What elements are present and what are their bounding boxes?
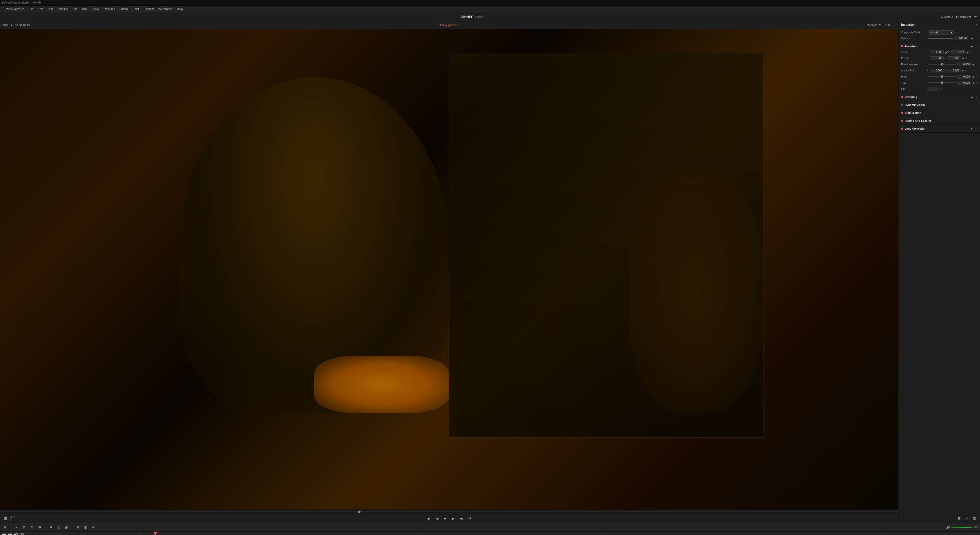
menu-playback[interactable]: Playback — [101, 7, 117, 11]
layout-toggle-2[interactable]: ◁ ▢ ▷ — [10, 515, 16, 521]
preview-more-icon[interactable]: ⋯ — [892, 24, 896, 27]
stop-button[interactable]: ■ — [442, 515, 448, 521]
tool-zoom-fit[interactable]: ◧ — [83, 524, 89, 530]
tool-link[interactable]: 🔗 — [63, 524, 70, 530]
opacity-keyframe-btn[interactable]: ◆ — [971, 37, 973, 40]
stabilization-header[interactable]: Stabilization — [899, 110, 980, 116]
flip-row: Flip ↔ ↕ ↺ — [899, 86, 980, 92]
clip-name-tag[interactable]: Flossy ghost ▾ — [438, 24, 458, 27]
anchor-keyframe[interactable]: ◆ — [962, 69, 964, 72]
menu-help[interactable]: Help — [175, 7, 185, 11]
volume-slider[interactable] — [951, 527, 972, 528]
menu-fairlight[interactable]: Fairlight — [142, 7, 156, 11]
zoom-link-icon[interactable]: 🔗 — [945, 51, 948, 54]
rotation-value[interactable]: 0.000 — [957, 62, 971, 66]
menu-edit[interactable]: Edit — [36, 7, 45, 11]
position-y-value[interactable]: 0.000 — [947, 56, 961, 60]
transform-header[interactable]: Transform ◆ ↺ — [899, 43, 980, 49]
composite-reset-icon[interactable]: ↺ — [956, 31, 958, 34]
tool-trim[interactable]: ⊡ — [21, 524, 27, 530]
menu-timeline[interactable]: Timeline — [56, 7, 70, 11]
layout-toggle-1[interactable]: ⊟ — [3, 515, 9, 521]
yaw-reset[interactable]: ↺ — [975, 81, 977, 84]
zoom-keyframe[interactable]: ◆ — [966, 51, 969, 54]
anchor-reset[interactable]: ↺ — [965, 69, 967, 72]
menu-view[interactable]: View — [91, 7, 101, 11]
meters-button[interactable]: ▤ Meters — [941, 15, 953, 18]
zoom-y-value[interactable]: 1.000 — [951, 50, 966, 54]
pitch-reset[interactable]: ↺ — [975, 75, 977, 78]
pitch-value[interactable]: 0.000 — [957, 75, 971, 79]
anchor-x-value[interactable]: 0.000 — [930, 68, 944, 73]
video-preview[interactable] — [0, 29, 898, 510]
pitch-keyframe[interactable]: ◆ — [972, 75, 974, 78]
tool-clip-panel[interactable]: ⊟ — [2, 524, 8, 530]
lens-keyframe[interactable]: ◆ — [971, 127, 973, 130]
lens-reset[interactable]: ↺ — [975, 127, 977, 130]
transform-reset[interactable]: ↺ — [975, 45, 977, 48]
dynamic-zoom-header[interactable]: Dynamic Zoom — [899, 102, 980, 108]
zoom-display[interactable]: 88% — [3, 24, 8, 27]
volume-icon[interactable]: 🔊 — [946, 525, 950, 529]
viewer-options[interactable]: ⊞ — [956, 515, 962, 521]
step-back-button[interactable]: ◀ — [434, 515, 440, 521]
menu-file[interactable]: File — [27, 7, 35, 11]
tool-select[interactable]: ▲ — [14, 524, 20, 530]
tool-blade[interactable]: ⊟ — [37, 524, 43, 530]
settings-btn[interactable]: ⊡ — [971, 515, 977, 521]
cropping-reset[interactable]: ↺ — [975, 96, 977, 98]
menu-color[interactable]: Color — [130, 7, 141, 11]
flip-v-button[interactable]: ↕ — [934, 87, 939, 91]
tool-zoom-in[interactable]: ⊕ — [90, 524, 96, 530]
sync-icon[interactable]: ⇄ — [883, 24, 886, 27]
scrubber-bar[interactable] — [0, 510, 898, 514]
yaw-keyframe[interactable]: ◆ — [972, 81, 974, 84]
zoom-reset[interactable]: ↺ — [969, 51, 972, 54]
opacity-value[interactable]: 100.00 — [954, 37, 968, 40]
yaw-row: Yaw 0.000 ◆ ↺ — [899, 79, 980, 86]
menu-trim[interactable]: Trim — [45, 7, 55, 11]
transform-keyframe[interactable]: ◆ — [971, 45, 973, 48]
tool-dynamic-trim[interactable]: ⊠ — [29, 524, 35, 530]
rotation-slider[interactable] — [928, 64, 956, 65]
tool-marker[interactable]: ◎ — [56, 524, 62, 530]
transform-dot — [901, 45, 903, 47]
tool-flag[interactable]: ⚑ — [48, 524, 54, 530]
cropping-keyframe[interactable]: ◆ — [971, 96, 973, 98]
layout-icon[interactable]: ⊞ — [888, 24, 891, 27]
tool-snap[interactable]: ⊞ — [75, 524, 81, 530]
inspector-button[interactable]: ◧ Inspector — [956, 15, 971, 18]
flip-reset[interactable]: ↺ — [939, 87, 942, 90]
opacity-slider[interactable] — [928, 38, 953, 39]
retime-header[interactable]: Retime And Scaling — [899, 118, 980, 124]
opacity-reset-btn[interactable]: ↺ — [975, 37, 977, 40]
fullscreen-btn[interactable]: ⤢ — [964, 515, 970, 521]
menu-fusion[interactable]: Fusion — [118, 7, 130, 11]
scrubber-head[interactable] — [358, 511, 361, 513]
zoom-dropdown-icon[interactable]: ▾ — [11, 24, 12, 27]
inspector-close-icon[interactable]: × — [976, 23, 977, 27]
yaw-slider[interactable] — [928, 83, 956, 83]
position-reset[interactable]: ↺ — [965, 57, 967, 60]
play-button[interactable]: ▶ — [450, 515, 456, 521]
rotation-keyframe[interactable]: ◆ — [972, 63, 974, 66]
pitch-slider[interactable] — [928, 76, 956, 77]
lens-header[interactable]: Lens Correction ◆ ↺ — [899, 126, 980, 132]
go-start-button[interactable]: ⏮ — [426, 515, 432, 521]
anchor-y-value[interactable]: 0.000 — [947, 68, 961, 73]
loop-button[interactable]: ↺ — [466, 515, 473, 521]
position-x-value[interactable]: 0.000 — [930, 56, 944, 60]
composite-mode-dropdown[interactable]: Normal ▾ — [928, 30, 954, 35]
yaw-value[interactable]: 0.000 — [957, 81, 971, 85]
top-bar-more[interactable]: ⋯ — [974, 15, 977, 18]
rotation-reset[interactable]: ↺ — [975, 63, 977, 66]
menu-clip[interactable]: Clip — [70, 7, 80, 11]
position-keyframe[interactable]: ◆ — [962, 57, 964, 60]
go-end-button[interactable]: ⏭ — [458, 515, 465, 521]
cropping-header[interactable]: Cropping ◆ ↺ — [899, 94, 980, 100]
menu-workspace[interactable]: Workspace — [156, 7, 174, 11]
menu-mark[interactable]: Mark — [80, 7, 90, 11]
zoom-x-value[interactable]: 1.000 — [930, 50, 944, 54]
flip-h-button[interactable]: ↔ — [927, 87, 932, 91]
menu-davinci[interactable]: DaVinci Resolve — [2, 7, 26, 11]
